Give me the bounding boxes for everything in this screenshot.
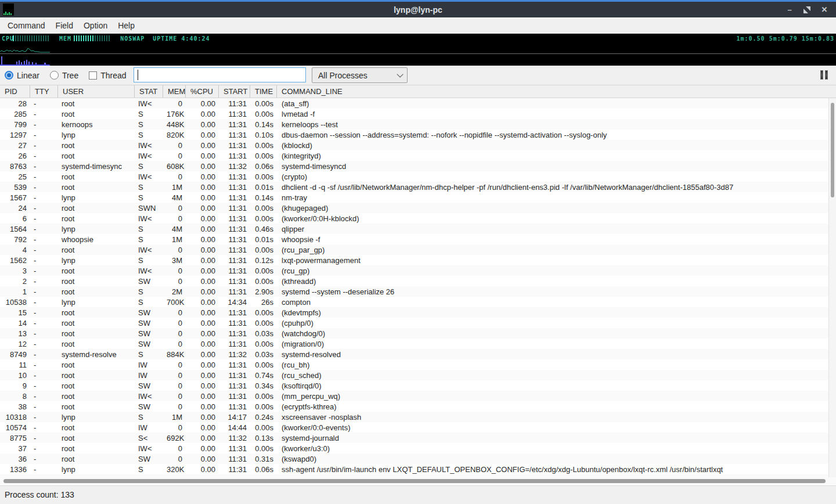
process-row[interactable]: 1564-lynpS4M0.0011:310.46sqlipper bbox=[0, 224, 828, 234]
thread-checkbox-label: Thread bbox=[100, 71, 126, 80]
thread-option[interactable]: Thread bbox=[89, 71, 126, 80]
column-header-user[interactable]: USER bbox=[58, 85, 135, 98]
cell-pid: 10574 bbox=[0, 423, 30, 432]
cell-mem: 448K bbox=[163, 120, 186, 129]
cell-user: root bbox=[58, 141, 135, 150]
filter-toolbar: Linear Tree Thread All Processes bbox=[0, 66, 836, 85]
process-row[interactable]: 37-rootIW<00.0011:310.00s(kworker/u3:0) bbox=[0, 443, 828, 453]
process-row[interactable]: 1336-lynpS320K0.0011:310.06sssh-agent /u… bbox=[0, 464, 828, 474]
minimize-button[interactable]: – bbox=[785, 5, 794, 15]
process-row[interactable]: 3-rootIW<00.0011:310.00s(rcu_gp) bbox=[0, 265, 828, 276]
column-header-start[interactable]: START bbox=[219, 85, 250, 98]
cell-tty: - bbox=[30, 423, 58, 432]
cell-stat: SW bbox=[135, 455, 163, 463]
cell-mem: 0 bbox=[163, 392, 186, 401]
menu-option[interactable]: Option bbox=[78, 19, 113, 32]
process-row[interactable]: 28-rootIW<00.0011:310.00s(ata_sff) bbox=[0, 98, 828, 109]
cell-time: 0.31s bbox=[250, 455, 277, 463]
menu-command[interactable]: Command bbox=[2, 19, 51, 32]
process-row[interactable]: 2-rootSW00.0011:310.00s(kthreadd) bbox=[0, 276, 828, 286]
process-row[interactable]: 1-rootS2M0.0011:312.90ssystemd --system … bbox=[0, 286, 828, 297]
cell-stat: IW< bbox=[135, 172, 163, 181]
process-row[interactable]: 26-rootIW<00.0011:310.00s(kintegrityd) bbox=[0, 150, 828, 161]
process-row[interactable]: 1297-lynpS820K0.0011:310.10sdbus-daemon … bbox=[0, 129, 828, 140]
column-header-tty[interactable]: TTY bbox=[30, 85, 58, 98]
pause-button[interactable] bbox=[817, 69, 830, 81]
process-row[interactable]: 1567-lynpS4M0.0011:310.14snm-tray bbox=[0, 192, 828, 203]
column-header-pid[interactable]: PID bbox=[0, 85, 30, 98]
process-row[interactable]: 36-rootSW00.0011:310.31s(kswapd0) bbox=[0, 453, 828, 464]
process-row[interactable]: 10318-lynpS1M0.0014:170.24sxscreensaver … bbox=[0, 412, 828, 422]
cell--cpu: 0.00 bbox=[186, 298, 219, 307]
process-row[interactable]: 285-rootS176K0.0011:310.00slvmetad -f bbox=[0, 109, 828, 119]
cell-start: 11:31 bbox=[219, 214, 250, 223]
process-row[interactable]: 792-whoopsieS1M0.0011:310.01swhoopsie -f bbox=[0, 234, 828, 244]
process-row[interactable]: 13-rootSW00.0011:310.03s(watchdog/0) bbox=[0, 328, 828, 339]
view-mode-tree[interactable]: Tree bbox=[50, 71, 78, 80]
view-mode-linear[interactable]: Linear bbox=[5, 71, 39, 80]
cell-stat: SW bbox=[135, 402, 163, 411]
process-row[interactable]: 8763-systemd-timesyncS608K0.0011:320.06s… bbox=[0, 161, 828, 171]
horizontal-scrollbar[interactable] bbox=[0, 477, 836, 485]
uptime-label: UPTIME 4:40:24 bbox=[153, 35, 210, 42]
chevron-down-icon bbox=[397, 71, 403, 77]
thread-checkbox[interactable] bbox=[89, 71, 97, 80]
menu-help[interactable]: Help bbox=[113, 19, 140, 32]
cell-stat: S bbox=[135, 110, 163, 118]
process-row[interactable]: 25-rootIW<00.0011:310.00s(crypto) bbox=[0, 171, 828, 182]
cell-time: 0.10s bbox=[250, 131, 277, 139]
process-row[interactable]: 11-rootIW00.0011:310.00s(rcu_bh) bbox=[0, 359, 828, 370]
process-row[interactable]: 8749-systemd-resolveS884K0.0011:320.03ss… bbox=[0, 349, 828, 359]
cell-pid: 10318 bbox=[0, 413, 30, 422]
cell-stat: IW< bbox=[135, 152, 163, 160]
vertical-scrollbar-thumb[interactable] bbox=[831, 103, 834, 197]
cell-command-line: systemd-journald bbox=[277, 434, 828, 442]
process-filter-dropdown[interactable]: All Processes bbox=[312, 67, 408, 83]
menu-field[interactable]: Field bbox=[51, 19, 78, 32]
maximize-button[interactable] bbox=[802, 5, 812, 15]
process-row[interactable]: 9-rootSW00.0011:310.34s(ksoftirqd/0) bbox=[0, 380, 828, 391]
vertical-scrollbar[interactable] bbox=[828, 98, 836, 477]
cell--cpu: 0.00 bbox=[186, 455, 219, 463]
column-header-command-line[interactable]: COMMAND_LINE bbox=[277, 85, 836, 98]
process-row[interactable]: 8775-rootS<692K0.0011:320.13ssystemd-jou… bbox=[0, 433, 828, 443]
cell-pid: 285 bbox=[0, 110, 30, 118]
cell-start: 11:31 bbox=[219, 235, 250, 244]
horizontal-scrollbar-thumb[interactable] bbox=[3, 479, 826, 483]
linear-radio[interactable] bbox=[5, 71, 13, 80]
process-row[interactable]: 15-rootSW00.0011:310.00s(kdevtmpfs) bbox=[0, 307, 828, 318]
process-row[interactable]: 539-rootS1M0.0011:310.01sdhclient -d -q … bbox=[0, 182, 828, 192]
cell-command-line: systemd-timesyncd bbox=[277, 162, 828, 171]
process-row[interactable]: 14-rootSW00.0011:310.00s(cpuhp/0) bbox=[0, 318, 828, 328]
cell-pid: 8763 bbox=[0, 162, 30, 171]
process-row[interactable]: 27-rootIW<00.0011:310.00s(kblockd) bbox=[0, 140, 828, 150]
maximize-icon bbox=[803, 6, 810, 13]
process-row[interactable]: 10538-lynpS700K0.0014:3426scompton bbox=[0, 297, 828, 307]
process-row[interactable]: 1562-lynpS3M0.0011:310.12slxqt-powermana… bbox=[0, 255, 828, 265]
cell-pid: 1564 bbox=[0, 225, 30, 233]
column-header-time[interactable]: TIME bbox=[250, 85, 277, 98]
cell-start: 11:31 bbox=[219, 141, 250, 150]
cell--cpu: 0.00 bbox=[186, 162, 219, 171]
tree-radio[interactable] bbox=[50, 71, 59, 80]
column-header-mem[interactable]: MEM bbox=[163, 85, 186, 98]
cell--cpu: 0.00 bbox=[186, 465, 219, 474]
process-row[interactable]: 4-rootIW<00.0011:310.00s(rcu_par_gp) bbox=[0, 244, 828, 255]
process-row[interactable]: 24-rootSWN00.0011:310.00s(khugepaged) bbox=[0, 203, 828, 213]
search-input[interactable] bbox=[134, 67, 306, 82]
close-button[interactable]: ✕ bbox=[820, 5, 829, 15]
column-header--cpu[interactable]: %CPU bbox=[186, 85, 219, 98]
process-row[interactable]: 10574-rootIW00.0014:440.00s(kworker/0:0-… bbox=[0, 422, 828, 433]
process-row[interactable]: 12-rootSW00.0011:310.00s(migration/0) bbox=[0, 339, 828, 349]
process-row[interactable]: 799-kernoopsS448K0.0011:310.14skerneloop… bbox=[0, 119, 828, 129]
process-row[interactable]: 38-rootSW00.0011:310.00s(ecryptfs-kthrea… bbox=[0, 401, 828, 412]
process-row[interactable]: 10-rootIW00.0011:310.74s(rcu_sched) bbox=[0, 370, 828, 380]
cell-time: 0.13s bbox=[250, 434, 277, 442]
cell-time: 0.12s bbox=[250, 256, 277, 265]
cell-time: 2.90s bbox=[250, 287, 277, 296]
cell-user: root bbox=[58, 455, 135, 463]
process-row[interactable]: 8-rootIW<00.0011:310.00s(mm_percpu_wq) bbox=[0, 391, 828, 401]
cell-time: 0.00s bbox=[250, 110, 277, 118]
process-row[interactable]: 6-rootIW<00.0011:310.00s(kworker/0:0H-kb… bbox=[0, 213, 828, 224]
column-header-stat[interactable]: STAT bbox=[135, 85, 163, 98]
